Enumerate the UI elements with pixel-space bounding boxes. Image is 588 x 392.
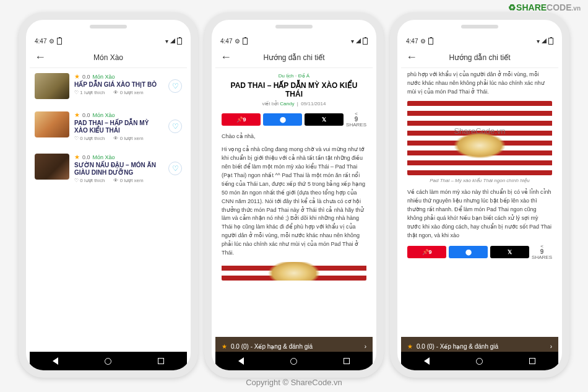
favorite-button[interactable]: ♡	[168, 79, 182, 93]
dish-title: HẤP DẪN GIÁ XÀO THỊT BÒ	[74, 81, 163, 89]
nav-recent-button[interactable]	[529, 358, 535, 364]
back-button[interactable]: ←	[406, 51, 421, 64]
chevron-right-icon: ›	[550, 343, 552, 350]
article-photo	[222, 262, 366, 281]
pinterest-button[interactable]: 📌 9	[222, 113, 261, 126]
share-count: < 9SHARES	[346, 111, 366, 128]
dish-item[interactable]: ★0.0Món Xào SƯỜN NẤU ĐẬU – MÓN ĂN GIÀU D…	[30, 149, 187, 188]
article-body: Về cách làm món mỳ xào này thì chuẩn bị …	[401, 188, 558, 240]
nav-back-button[interactable]	[238, 357, 244, 365]
star-icon: ★	[407, 343, 413, 350]
page-title: Món Xào	[50, 53, 167, 62]
recycle-icon: ♻	[508, 2, 516, 12]
twitter-button[interactable]: 𝕏	[490, 246, 529, 258]
signal-icon	[356, 38, 361, 43]
photo-watermark: ShareCode.vn	[454, 126, 505, 135]
page-title: Hướng dẫn chi tiết	[235, 53, 353, 62]
dish-stats: ♡ 0 lượt thích👁 0 lượt xem	[74, 136, 163, 141]
status-bar: 4:47⚙ ▾	[215, 35, 373, 47]
app-bar: ← Hướng dẫn chi tiết	[215, 47, 373, 68]
battery-icon	[428, 38, 433, 45]
nav-home-button[interactable]	[476, 358, 483, 365]
page-title: Hướng dẫn chi tiết	[421, 53, 538, 62]
wifi-icon: ▾	[351, 38, 354, 45]
android-nav-bar	[215, 352, 373, 370]
facebook-button[interactable]: ⬤	[263, 113, 302, 126]
article-photo: ShareCode.vn	[407, 101, 552, 175]
battery-icon	[57, 38, 62, 45]
app-bar: ← Hướng dẫn chi tiết	[401, 47, 558, 68]
battery-icon	[243, 38, 248, 45]
pinterest-button[interactable]: 📌 9	[407, 246, 446, 258]
dish-item[interactable]: ★0.0Món Xào PAD THAI – HẤP DẪN MỲ XÀO KI…	[30, 107, 187, 146]
phone-mockup-2: 4:47⚙ ▾ ← Hướng dẫn chi tiết Du lịch ◦ Đ…	[204, 12, 384, 378]
share-row: 📌 9 ⬤ 𝕏 < 9SHARES	[401, 244, 558, 265]
nav-recent-button[interactable]	[158, 358, 164, 364]
watermark-logo: ♻SHARECODE.vn	[508, 2, 581, 12]
article-title: PAD THAI – HẤP DẪN MỲ XÀO KIỂU THÁI	[215, 81, 373, 98]
category-label: Món Xào	[93, 112, 115, 118]
facebook-button[interactable]: ⬤	[449, 246, 488, 258]
dish-thumbnail	[35, 154, 69, 180]
byline: viết bởi Candy | 09/11/2014	[215, 101, 373, 107]
dish-stats: ♡ 0 lượt thích👁 0 lượt xem	[74, 178, 163, 183]
android-nav-bar	[401, 352, 558, 370]
gear-icon: ⚙	[235, 38, 240, 45]
favorite-button[interactable]: ♡	[168, 120, 182, 133]
back-button[interactable]: ←	[35, 51, 50, 64]
rating-text: 0.0 (0) - Xếp hạng & đánh giá	[231, 343, 313, 350]
category-label: Món Xào	[93, 154, 115, 160]
watermark-copyright: Copyright © ShareCode.vn	[246, 378, 342, 387]
phone-mockup-1: 4:47⚙ ▾ ← Món Xào ★0.0Món Xào HẤP DẪN GI…	[19, 12, 198, 378]
star-icon: ★	[74, 154, 80, 160]
app-bar: ← Món Xào	[30, 47, 187, 68]
chevron-right-icon: ›	[365, 343, 366, 350]
gear-icon: ⚙	[49, 38, 54, 45]
share-row: 📌 9 ⬤ 𝕏 < 9SHARES	[215, 111, 373, 133]
dish-item[interactable]: ★0.0Món Xào HẤP DẪN GIÁ XÀO THỊT BÒ ♡ 1 …	[30, 68, 187, 104]
back-button[interactable]: ←	[220, 51, 235, 64]
nav-recent-button[interactable]	[344, 358, 350, 364]
breadcrumb: Du lịch ◦ Đồ Á	[215, 68, 373, 81]
nav-back-button[interactable]	[53, 357, 58, 365]
nav-home-button[interactable]	[290, 358, 297, 365]
star-icon: ★	[222, 343, 227, 350]
favorite-button[interactable]: ♡	[168, 162, 182, 175]
photo-caption: Pad Thai – Mỳ xào kiểu Thái ngon chính h…	[401, 178, 558, 183]
dish-title: SƯỜN NẤU ĐẬU – MÓN ĂN GIÀU DINH DƯỠNG	[74, 162, 163, 176]
star-icon: ★	[74, 111, 80, 118]
android-nav-bar	[30, 352, 187, 370]
status-bar: 4:47⚙ ▾	[30, 35, 187, 47]
status-bar: 4:47⚙ ▾	[401, 35, 558, 47]
signal-icon	[170, 38, 175, 43]
gear-icon: ⚙	[420, 38, 426, 45]
category-label: Món Xào	[93, 74, 115, 80]
dish-title: PAD THAI – HẤP DẪN MỲ XÀO KIỂU THÁI	[74, 120, 163, 134]
battery-icon	[177, 38, 182, 45]
wifi-icon: ▾	[537, 38, 540, 45]
share-count: < 9SHARES	[532, 244, 552, 260]
dish-thumbnail	[35, 73, 69, 99]
wifi-icon: ▾	[165, 38, 168, 45]
article-body: phù hợp với khẩu vị của người dân ở mỗi …	[401, 68, 558, 97]
nav-back-button[interactable]	[424, 357, 430, 365]
phone-mockup-3: 4:47⚙ ▾ ← Hướng dẫn chi tiết phù hợp với…	[390, 12, 569, 378]
article-body: Chào cả nhà, Hi vọng cả nhà cũng đang mo…	[215, 133, 373, 258]
star-icon: ★	[74, 73, 80, 80]
rating-text: 0.0 (0) - Xếp hạng & đánh giá	[417, 343, 498, 350]
battery-icon	[548, 38, 553, 45]
nav-home-button[interactable]	[105, 358, 111, 365]
battery-icon	[363, 38, 368, 45]
twitter-button[interactable]: 𝕏	[305, 113, 344, 126]
dish-thumbnail	[35, 111, 69, 137]
signal-icon	[542, 38, 547, 43]
dish-stats: ♡ 1 lượt thích👁 0 lượt xem	[74, 90, 163, 95]
